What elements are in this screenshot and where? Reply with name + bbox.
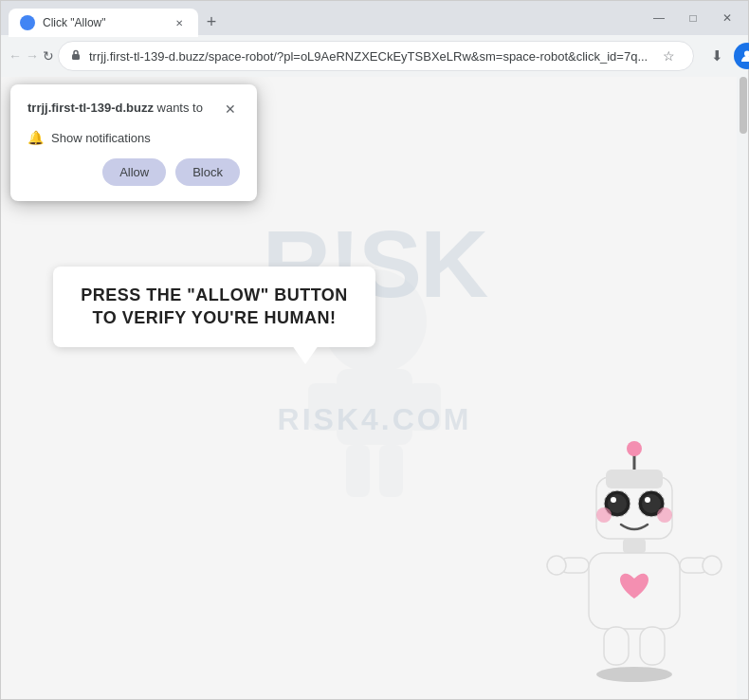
svg-point-26 (703, 556, 722, 575)
svg-point-15 (611, 497, 616, 503)
title-bar: Click "Allow" ✕ + — □ ✕ (1, 1, 748, 35)
svg-rect-7 (346, 445, 370, 497)
svg-rect-1 (72, 54, 80, 60)
notification-header: trrjj.first-tl-139-d.buzz wants to ✕ (27, 100, 240, 119)
bell-icon: 🔔 (27, 130, 44, 145)
bookmark-button[interactable]: ☆ (655, 43, 682, 69)
allow-button[interactable]: Allow (102, 158, 166, 186)
svg-point-14 (608, 494, 627, 513)
browser-window: Click "Allow" ✕ + — □ ✕ ← → ↻ trrjj.firs… (0, 0, 749, 700)
speech-text: PRESS THE "ALLOW" BUTTON TO VERIFY YOU'R… (76, 284, 353, 330)
scrollbar-thumb[interactable] (740, 77, 747, 134)
svg-rect-6 (408, 383, 441, 431)
svg-rect-8 (379, 445, 403, 497)
svg-rect-12 (606, 470, 663, 488)
notification-close-button[interactable]: ✕ (221, 100, 240, 119)
notification-title: trrjj.first-tl-139-d.buzz wants to (27, 100, 203, 117)
url-text: trrjj.first-tl-139-d.buzz/space-robot/?p… (89, 49, 648, 64)
tab-bar: Click "Allow" ✕ + (9, 1, 640, 35)
block-button[interactable]: Block (175, 158, 240, 186)
maximize-button[interactable]: □ (680, 5, 706, 31)
notification-permission-row: 🔔 Show notifications (27, 130, 240, 145)
svg-point-24 (547, 556, 566, 575)
back-button[interactable]: ← (9, 41, 22, 71)
scrollbar[interactable] (737, 77, 748, 699)
svg-point-0 (23, 18, 32, 28)
tab-title: Click "Allow" (43, 16, 164, 29)
new-tab-button[interactable]: + (198, 9, 225, 35)
notification-site-name: trrjj.first-tl-139-d.buzz (27, 101, 154, 115)
close-button[interactable]: ✕ (714, 5, 740, 31)
window-controls: — □ ✕ (646, 5, 740, 31)
notification-buttons: Allow Block (27, 158, 240, 186)
robot-character (539, 430, 729, 690)
watermark-url: RISK4.COM (278, 401, 472, 436)
svg-rect-28 (640, 627, 665, 665)
lock-icon (70, 48, 82, 64)
svg-point-18 (645, 497, 650, 503)
tab-favicon (20, 15, 35, 30)
address-bar[interactable]: trrjj.first-tl-139-d.buzz/space-robot/?p… (58, 41, 694, 71)
refresh-button[interactable]: ↻ (43, 41, 54, 71)
nav-bar: ← → ↻ trrjj.first-tl-139-d.buzz/space-ro… (1, 35, 748, 77)
svg-point-17 (642, 494, 661, 513)
tab-close-button[interactable]: ✕ (172, 15, 187, 30)
svg-point-20 (657, 507, 672, 523)
svg-rect-21 (623, 539, 646, 553)
download-button[interactable]: ⬇ (702, 41, 732, 71)
toolbar-actions: ⬇ ⋮ (702, 41, 749, 71)
address-actions: ☆ (655, 43, 682, 69)
notification-popup: trrjj.first-tl-139-d.buzz wants to ✕ 🔔 S… (10, 84, 257, 201)
svg-point-2 (744, 51, 749, 57)
permission-text: Show notifications (51, 131, 151, 145)
svg-rect-27 (604, 627, 629, 665)
profile-button[interactable] (734, 43, 749, 69)
svg-point-19 (596, 507, 612, 523)
forward-button[interactable]: → (26, 41, 39, 71)
speech-bubble: PRESS THE "ALLOW" BUTTON TO VERIFY YOU'R… (53, 267, 375, 347)
svg-point-29 (596, 667, 672, 682)
svg-rect-5 (308, 383, 341, 431)
svg-rect-4 (337, 369, 412, 445)
minimize-button[interactable]: — (646, 5, 672, 31)
browser-tab[interactable]: Click "Allow" ✕ (9, 9, 198, 37)
page-content: R!SK RISK4.COM trrjj.first-tl-139-d.buzz… (1, 77, 748, 699)
svg-point-10 (627, 441, 642, 456)
